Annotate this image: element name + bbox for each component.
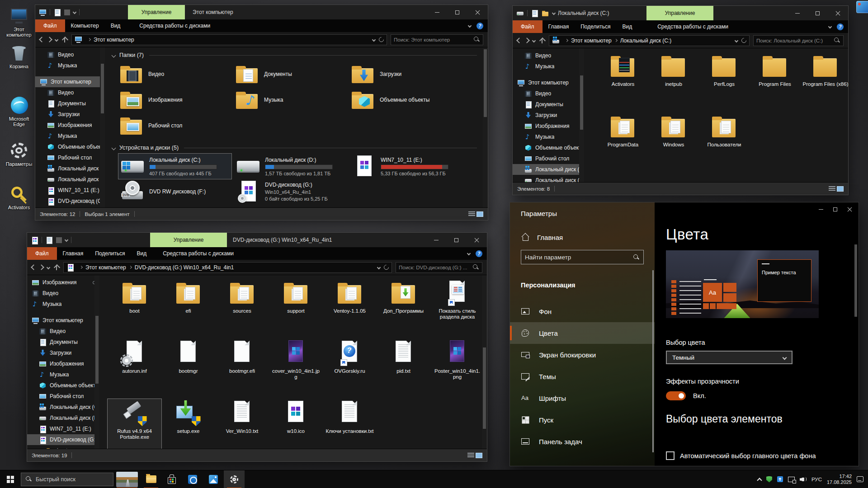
sidebar-item[interactable]: Музыка xyxy=(35,131,105,141)
ribbon-tab[interactable]: Файл xyxy=(27,247,57,260)
drive-tile[interactable]: DVD-дисковод (G:) Win10_x64_Ru_4in1 0 ба… xyxy=(234,179,347,204)
taskbar-search[interactable] xyxy=(21,473,113,486)
maximize-button[interactable] xyxy=(833,207,837,211)
close-button[interactable] xyxy=(467,5,488,19)
sidebar-item[interactable]: Видео xyxy=(513,50,584,61)
ribbon-collapse-icon[interactable] xyxy=(828,25,832,28)
maximize-button[interactable] xyxy=(447,5,467,19)
sidebar-item[interactable]: Изображения xyxy=(513,121,584,131)
file-item[interactable]: OVGorskiy.ru xyxy=(323,339,377,399)
drive-tile[interactable]: WIN7_10_11 (E:) 5,33 ГБ свободно из 56,3… xyxy=(350,154,463,179)
group-header-folders[interactable]: Папки (7) xyxy=(112,52,477,58)
settings-search-input[interactable] xyxy=(525,254,630,261)
sidebar-item[interactable]: Видео xyxy=(35,49,105,60)
sidebar-item[interactable]: Видео xyxy=(27,326,99,337)
network-icon[interactable] xyxy=(788,477,795,482)
ribbon-tab[interactable]: Главная xyxy=(542,20,575,33)
sidebar-item[interactable]: DVD-дисковод (G:) xyxy=(35,196,105,206)
start-button[interactable] xyxy=(0,470,21,488)
settings-nav-item[interactable]: Пуск xyxy=(510,409,655,431)
sidebar-item[interactable]: Локальный диск (D:) xyxy=(35,174,105,185)
address-dropdown-caret[interactable] xyxy=(735,38,738,42)
settings-search-box[interactable] xyxy=(521,250,644,264)
sidebar-item[interactable]: Документы xyxy=(513,99,584,110)
search-box[interactable] xyxy=(396,262,482,273)
group-header-drives[interactable]: Устройства и диски (5) xyxy=(112,145,477,151)
sidebar-item[interactable]: Музыка xyxy=(35,60,105,71)
folder-tile[interactable]: Рабочий стол xyxy=(118,113,234,138)
file-item[interactable]: autorun.inf xyxy=(108,339,161,399)
settings-nav-item[interactable]: Панель задач xyxy=(510,431,655,452)
folder-tile[interactable]: Изображения xyxy=(118,87,234,113)
breadcrumb-item[interactable]: DVD-дисковод (G:) Win10_x64_Ru_4in1 xyxy=(126,264,234,271)
file-item[interactable]: PerfLogs xyxy=(699,52,750,113)
sidebar-item[interactable]: Объемные объекты xyxy=(35,141,105,152)
corner-desktop-icon[interactable] xyxy=(856,1,868,13)
hidden-icons-chevron[interactable] xyxy=(757,478,762,483)
file-item[interactable]: Rufus v4.9 x64 Portable.exe xyxy=(108,399,161,449)
recent-locations-caret[interactable] xyxy=(55,38,58,41)
properties-quick-icon[interactable] xyxy=(531,9,538,17)
taskbar-search-input[interactable] xyxy=(36,476,109,483)
refresh-icon[interactable] xyxy=(741,37,748,44)
sidebar-item[interactable]: Объемные объекты xyxy=(513,142,584,153)
recent-locations-caret[interactable] xyxy=(47,265,50,269)
color-mode-dropdown[interactable]: Темный xyxy=(666,351,793,364)
forward-button[interactable] xyxy=(47,37,52,42)
settings-nav-item[interactable]: Цвета xyxy=(510,322,655,344)
ribbon-contextual-tab[interactable]: Управление xyxy=(128,5,185,19)
file-item[interactable]: boot xyxy=(108,279,161,339)
ribbon-tab[interactable]: Файл xyxy=(513,20,542,33)
settings-home[interactable]: Главная xyxy=(521,233,655,242)
taskbar-app-store[interactable] xyxy=(161,470,182,488)
sidebar-item[interactable]: Документы xyxy=(27,337,99,347)
taskbar-app-picture[interactable] xyxy=(113,470,141,488)
file-item[interactable]: efi xyxy=(161,279,215,339)
sidebar-item[interactable]: Локальный диск (C:) xyxy=(27,402,99,413)
sidebar-scrollbar[interactable] xyxy=(100,47,105,207)
sidebar-item[interactable]: Изображения xyxy=(35,120,105,131)
sidebar-item[interactable]: Локальный диск (C:) xyxy=(513,164,584,175)
sidebar-item[interactable]: Загрузки xyxy=(27,347,99,358)
new-folder-quick-icon[interactable] xyxy=(64,9,70,15)
icons-view-toggle[interactable] xyxy=(476,453,482,458)
qat-customize-caret[interactable] xyxy=(65,238,68,242)
drive-tile[interactable]: Локальный диск (D:) 1,57 ТБ свободно из … xyxy=(234,154,347,179)
back-button[interactable] xyxy=(516,38,522,43)
breadcrumb-item[interactable]: Этот компьютер xyxy=(77,264,126,271)
sidebar-item[interactable]: Видео xyxy=(27,288,99,299)
sidebar-item[interactable]: WIN7_10_11 (E:) xyxy=(27,423,99,434)
minimize-button[interactable] xyxy=(819,209,823,210)
drive-tile[interactable]: Локальный диск (C:) 407 ГБ свободно из 4… xyxy=(118,154,231,179)
file-item[interactable]: setup.exe xyxy=(161,399,215,449)
ribbon-tab[interactable]: Средства работы с дисками xyxy=(651,20,734,33)
folder-tile[interactable]: Объемные объекты xyxy=(350,87,466,113)
clock[interactable]: 17:42 17.08.2025 xyxy=(827,474,852,485)
icons-view-toggle[interactable] xyxy=(476,211,483,217)
file-item[interactable]: Activators xyxy=(598,52,648,113)
file-item[interactable]: w10.ico xyxy=(269,399,323,449)
help-icon[interactable] xyxy=(476,250,482,257)
ribbon-tab[interactable]: Компьютер xyxy=(65,19,105,32)
minimize-button[interactable] xyxy=(426,233,446,247)
ribbon-contextual-tab[interactable]: Управление xyxy=(646,6,713,20)
sidebar-item[interactable]: Загрузки xyxy=(513,110,584,121)
content-scrollbar[interactable] xyxy=(483,47,488,207)
forward-button[interactable] xyxy=(38,264,44,270)
desktop-icon[interactable]: Microsoft Edge xyxy=(3,97,35,127)
recent-locations-caret[interactable] xyxy=(532,38,536,42)
ribbon-tab[interactable]: Главная xyxy=(57,247,90,260)
ribbon-tab[interactable]: Средства работы с дисками xyxy=(133,19,216,32)
details-view-toggle[interactable] xyxy=(467,453,474,458)
settings-nav-item[interactable]: Экран блокировки xyxy=(510,344,655,366)
details-view-toggle[interactable] xyxy=(829,186,835,192)
close-button[interactable] xyxy=(467,233,487,247)
folder-tile[interactable]: Загрузки xyxy=(350,61,466,87)
sidebar-item[interactable]: Музыка xyxy=(27,299,99,310)
volume-icon[interactable] xyxy=(800,476,807,482)
folder-tile[interactable]: Музыка xyxy=(234,87,350,113)
up-button[interactable] xyxy=(53,264,60,271)
breadcrumb-item[interactable]: Локальный диск (C:) xyxy=(612,38,672,44)
language-indicator[interactable]: РУС xyxy=(811,477,822,482)
sidebar-item[interactable]: Локальный диск (D:) xyxy=(27,413,99,423)
